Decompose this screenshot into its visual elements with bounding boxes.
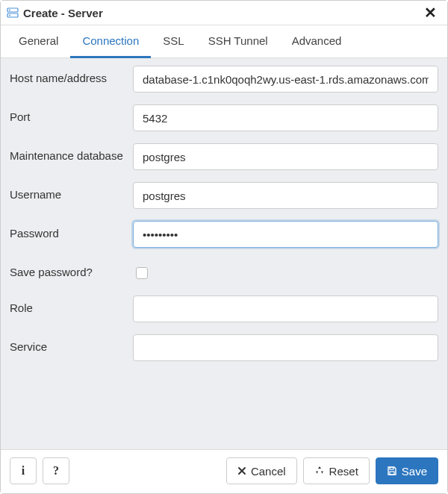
cancel-label: Cancel	[251, 465, 286, 478]
label-username: Username	[10, 182, 133, 201]
form-body: Host name/address Port Maintenance datab…	[1, 58, 447, 449]
label-maintdb: Maintenance database	[10, 143, 133, 162]
close-button[interactable]: ✕	[421, 5, 440, 20]
role-input[interactable]	[133, 296, 438, 322]
svg-point-2	[9, 10, 10, 11]
label-host: Host name/address	[10, 66, 133, 84]
save-label: Save	[402, 465, 427, 478]
info-icon: i	[22, 464, 25, 478]
x-icon	[237, 466, 246, 475]
server-icon	[7, 7, 19, 19]
info-button[interactable]: i	[10, 457, 37, 484]
label-role: Role	[10, 296, 133, 314]
row-username: Username	[10, 182, 438, 209]
tab-bar: General Connection SSL SSH Tunnel Advanc…	[1, 25, 447, 58]
label-port: Port	[10, 104, 133, 123]
row-password: Password	[10, 221, 438, 248]
reset-label: Reset	[329, 465, 358, 478]
tab-advanced[interactable]: Advanced	[280, 25, 354, 58]
host-input[interactable]	[133, 66, 438, 93]
row-savepw: Save password?	[10, 260, 438, 284]
save-icon	[387, 466, 397, 476]
cancel-button[interactable]: Cancel	[226, 457, 297, 484]
dialog-header: Create - Server ✕	[1, 1, 447, 25]
svg-point-3	[9, 15, 10, 16]
row-service: Service	[10, 334, 438, 361]
row-host: Host name/address	[10, 66, 438, 93]
tab-general[interactable]: General	[7, 25, 70, 58]
savepw-checkbox[interactable]	[136, 267, 148, 279]
question-icon: ?	[53, 464, 59, 478]
row-maintdb: Maintenance database	[10, 143, 438, 170]
create-server-dialog: Create - Server ✕ General Connection SSL…	[0, 0, 448, 494]
row-role: Role	[10, 296, 438, 322]
label-savepw: Save password?	[10, 260, 133, 278]
tab-ssl[interactable]: SSL	[151, 25, 196, 58]
maintdb-input[interactable]	[133, 143, 438, 170]
dialog-footer: i ? Cancel Reset	[1, 449, 447, 493]
svg-rect-5	[390, 472, 394, 475]
username-input[interactable]	[133, 182, 438, 209]
dialog-title: Create - Server	[23, 7, 421, 19]
close-icon: ✕	[424, 4, 437, 21]
save-button[interactable]: Save	[376, 457, 438, 484]
service-input[interactable]	[133, 334, 438, 361]
password-input[interactable]	[133, 221, 438, 248]
reset-button[interactable]: Reset	[303, 457, 370, 484]
tab-ssh-tunnel[interactable]: SSH Tunnel	[196, 25, 280, 58]
row-port: Port	[10, 104, 438, 131]
label-service: Service	[10, 334, 133, 353]
tab-connection[interactable]: Connection	[70, 25, 151, 58]
port-input[interactable]	[133, 104, 438, 131]
label-password: Password	[10, 221, 133, 240]
help-button[interactable]: ?	[43, 457, 69, 484]
svg-rect-4	[390, 467, 393, 469]
recycle-icon	[314, 466, 325, 476]
